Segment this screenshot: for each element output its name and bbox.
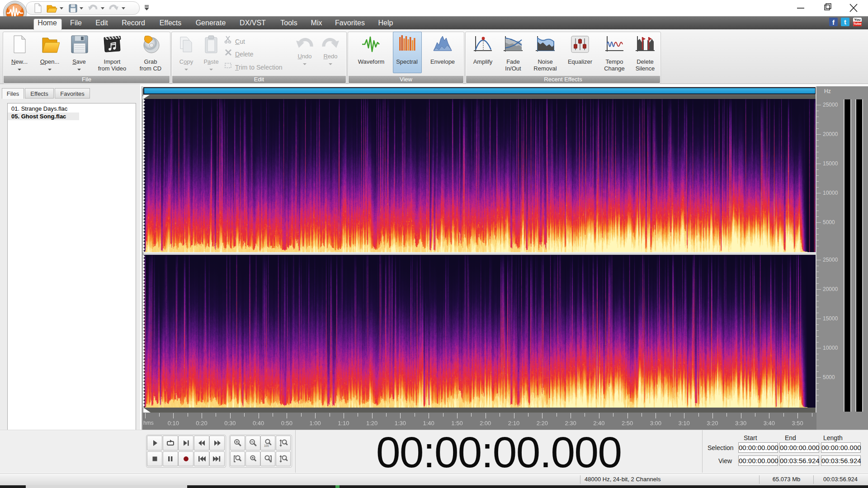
svg-text:100: 100 — [264, 444, 269, 447]
